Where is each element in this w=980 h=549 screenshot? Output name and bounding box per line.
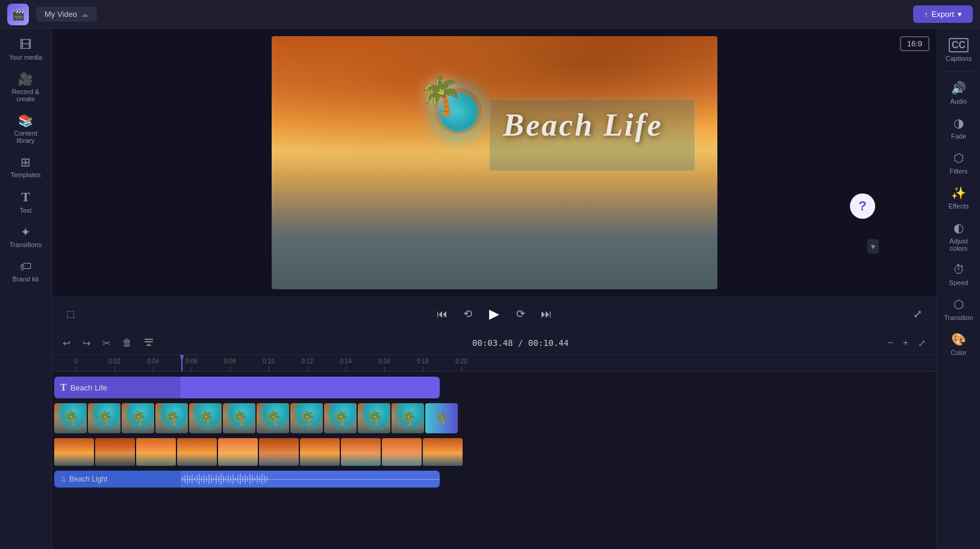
export-chevron-icon: ▾: [958, 10, 962, 19]
video-track: 🌴 🌴 🌴 🌴 🌴 🌴 🌴 🌴 🌴 🌴 🌴 🌴: [54, 402, 937, 434]
sidebar-item-your-media[interactable]: 🎞 Your media: [4, 34, 48, 66]
play-button[interactable]: ▶: [485, 303, 503, 325]
aspect-ratio-badge[interactable]: 16:9: [900, 36, 929, 51]
sidebar-label-record-create: Record & create: [12, 88, 40, 102]
fit-timeline-button[interactable]: ⤢: [914, 336, 929, 351]
video-thumb-6: 🌴: [223, 403, 255, 433]
right-label-filters: Filters: [950, 168, 968, 175]
right-item-color[interactable]: 🎨 Color: [940, 328, 978, 360]
timeline-time-display: 00:03.48 / 00:10.44: [162, 338, 879, 348]
right-item-captions[interactable]: CC Captions: [940, 34, 978, 66]
right-label-transition: Transition: [944, 314, 973, 321]
audio-track: ♫ Beach Light: [54, 469, 937, 489]
sidebar-item-templates[interactable]: ⊞ Templates: [4, 151, 48, 183]
sidebar-item-content-library[interactable]: 📚 Content library: [4, 110, 48, 149]
right-item-speed[interactable]: ⏱ Speed: [940, 259, 978, 290]
right-item-transition[interactable]: ⬡ Transition: [940, 293, 978, 325]
right-label-color: Color: [950, 349, 966, 356]
bg-thumb-8: [341, 438, 381, 466]
sidebar-item-brand[interactable]: 🏷 Brand kit: [4, 256, 48, 287]
right-sidebar: CC Captions 🔊 Audio ◑ Fade ⬡ Filters ✨ E…: [937, 29, 980, 549]
bg-thumb-7: [300, 438, 340, 466]
zoom-out-button[interactable]: −: [884, 336, 896, 351]
cut-button[interactable]: ✂: [99, 336, 114, 351]
sidebar-item-transitions[interactable]: ✦ Transitions: [4, 221, 48, 253]
skip-to-end-button[interactable]: ⏭: [538, 306, 554, 323]
video-thumb-5: 🌴: [189, 403, 222, 433]
timeline-tracks: T Beach Life 🌴 🌴 🌴 🌴 🌴 🌴 🌴 🌴 🌴: [52, 372, 937, 492]
svg-rect-0: [145, 339, 153, 340]
skip-to-start-button[interactable]: ⏮: [434, 306, 450, 323]
project-title: My Video: [45, 10, 77, 19]
brand-icon: 🏷: [20, 260, 32, 272]
video-thumb-7: 🌴: [257, 403, 289, 433]
time-separator: /: [518, 338, 528, 348]
right-item-effects[interactable]: ✨ Effects: [940, 181, 978, 214]
ruler-tick-0: 0: [57, 358, 95, 371]
transition-icon: ⬡: [953, 297, 964, 312]
right-label-speed: Speed: [949, 279, 969, 286]
ruler-tick-12: 0:12: [288, 358, 326, 371]
export-button[interactable]: ↑ Export ▾: [913, 5, 973, 23]
adjust-colors-icon: ◐: [953, 221, 964, 235]
timeline-zoom-controls: − + ⤢: [884, 336, 929, 351]
bg-thumb-5: [218, 438, 258, 466]
export-label: Export: [931, 10, 954, 19]
right-item-fade[interactable]: ◑ Fade: [940, 111, 978, 144]
right-label-fade: Fade: [951, 133, 966, 140]
zoom-in-button[interactable]: +: [899, 336, 912, 351]
title-track: T Beach Life: [54, 375, 937, 400]
title-track-icon: T: [60, 382, 67, 393]
effects-icon: ✨: [951, 186, 966, 200]
video-thumb-10: 🌴: [358, 403, 390, 433]
bg-thumb-10: [423, 438, 463, 466]
delete-button[interactable]: 🗑: [119, 336, 136, 350]
audio-label-segment[interactable]: ♫ Beach Light: [54, 471, 181, 488]
right-item-adjust-colors[interactable]: ◐ Adjust colors: [940, 216, 978, 256]
bg-video-track: [54, 437, 937, 467]
undo-button[interactable]: ↩: [59, 336, 74, 351]
disable-camera-button[interactable]: ⬚: [64, 306, 77, 322]
right-label-captions: Captions: [946, 55, 972, 62]
title-segment-main[interactable]: [181, 377, 440, 398]
audio-track-label: Beach Light: [69, 475, 107, 483]
title-segment-label[interactable]: T Beach Life: [54, 377, 181, 398]
ruler-tick-14: 0:14: [326, 358, 365, 371]
svg-rect-3: [146, 345, 151, 346]
sidebar-item-text[interactable]: T Text: [4, 186, 48, 219]
add-track-button[interactable]: [140, 335, 157, 351]
rewind-5s-button[interactable]: ⟲: [461, 305, 475, 323]
right-item-filters[interactable]: ⬡ Filters: [940, 146, 978, 179]
video-thumb-8: 🌴: [290, 403, 323, 433]
bg-thumb-6: [259, 438, 299, 466]
ruler-tick-6: 0:06: [172, 358, 211, 371]
sidebar-label-your-media: Your media: [9, 54, 42, 61]
sidebar-label-brand: Brand kit: [13, 275, 39, 283]
app-logo-icon: 🎬: [11, 8, 25, 21]
right-label-adjust-colors: Adjust colors: [949, 237, 968, 252]
collapse-panel-button[interactable]: ▾: [867, 239, 879, 254]
right-item-audio[interactable]: 🔊 Audio: [940, 77, 978, 109]
playhead-line: [181, 355, 183, 371]
app-logo: 🎬: [7, 4, 29, 25]
sidebar-item-record-create[interactable]: 🎥 Record & create: [4, 68, 48, 107]
right-label-audio: Audio: [950, 98, 967, 105]
current-time: 00:03.48: [472, 338, 513, 348]
redo-button[interactable]: ↪: [79, 336, 94, 351]
audio-wave-line: [181, 479, 440, 480]
sidebar-label-transitions: Transitions: [10, 241, 42, 248]
timeline-toolbar: ↩ ↪ ✂ 🗑 00:03.48 / 00:10.44: [52, 331, 937, 355]
content-library-icon: 📚: [18, 115, 33, 127]
ruler-tick-18: 0:18: [404, 358, 442, 371]
ruler-tick-4: 0:04: [134, 358, 172, 371]
your-media-icon: 🎞: [20, 39, 32, 51]
project-tab[interactable]: My Video ☁: [36, 7, 97, 22]
video-preview-area: 🌴 Beach Life 16:9: [52, 29, 937, 296]
fade-icon: ◑: [953, 116, 964, 130]
ruler-tick-10: 0:10: [249, 358, 288, 371]
sidebar-label-text: Text: [19, 207, 31, 214]
help-button[interactable]: ?: [850, 193, 875, 219]
audio-waveform-segment[interactable]: [181, 471, 440, 488]
fullscreen-button[interactable]: ⤢: [911, 305, 925, 323]
forward-5s-button[interactable]: ⟳: [514, 305, 528, 323]
